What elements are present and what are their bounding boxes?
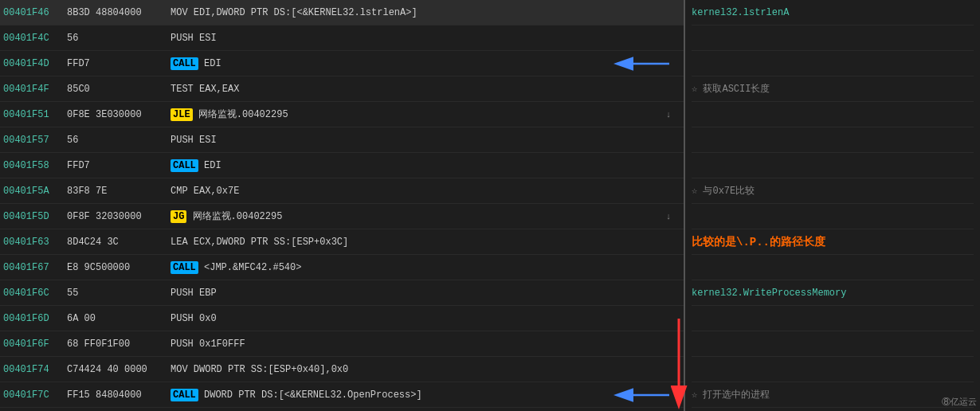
instruction-text: 网络监视.00402295 — [193, 109, 288, 120]
comment-row — [692, 357, 974, 382]
instruction: PUSH 0x1F0FFF — [171, 331, 657, 357]
address: 00401F4D — [3, 51, 67, 76]
comment-text: kernel32.lstrlenA — [692, 0, 789, 25]
table-row[interactable]: 00401F6F68 FF0F1F00PUSH 0x1F0FFF — [0, 331, 684, 357]
table-row[interactable]: 00401F4F85C0TEST EAX,EAX — [0, 76, 684, 102]
comment-text: 打开目标进程 — [692, 408, 768, 412]
address: 00401F58 — [3, 153, 67, 178]
call-keyword: CALL — [171, 159, 198, 172]
instruction: JG 网络监视.00402295 — [171, 204, 657, 229]
table-row[interactable]: 00401F6D6A 00PUSH 0x0 — [0, 306, 684, 331]
address: 00401F74 — [3, 357, 67, 382]
instruction: MOV EDI,EAX — [171, 408, 657, 412]
instruction: PUSH EBP — [171, 280, 657, 306]
call-keyword: CALL — [171, 57, 198, 70]
jump-marker: ↓ — [657, 102, 680, 127]
bytes: 0F8E 3E030000 — [67, 102, 171, 127]
table-row[interactable]: 00401F74C74424 40 0000MOV DWORD PTR SS:[… — [0, 357, 684, 382]
bytes: 56 — [67, 25, 171, 51]
table-row[interactable]: 00401F67E8 9C500000CALL <JMP.&MFC42.#540… — [0, 255, 684, 280]
instruction-text: <JMP.&MFC42.#540> — [198, 262, 302, 273]
comment-row — [692, 153, 974, 178]
instruction-text: EDI — [198, 160, 221, 171]
instruction: PUSH 0x0 — [171, 306, 657, 331]
instruction: TEST EAX,EAX — [171, 76, 657, 102]
instruction: CALL EDI — [171, 51, 657, 76]
call-keyword: CALL — [171, 389, 198, 401]
instruction-text: PUSH 0x1F0FFF — [171, 339, 245, 350]
bytes: 8BF8 — [67, 408, 171, 412]
address: 00401F4F — [3, 76, 67, 102]
watermark: ⑧亿运云 — [942, 396, 977, 408]
comment-text: 比较的是\.P..的路径长度 — [692, 229, 825, 255]
bytes: 55 — [67, 280, 171, 306]
comment-row: ☆ 打开选中的进程 — [692, 382, 974, 408]
comment-row: ☆ 与0x7E比较 — [692, 178, 974, 204]
bytes: 6A 00 — [67, 306, 171, 331]
address: 00401F6C — [3, 280, 67, 306]
table-row[interactable]: 00401F5D0F8F 32030000JG 网络监视.00402295↓ — [0, 204, 684, 229]
table-row[interactable]: 00401F58FFD7CALL EDI — [0, 153, 684, 178]
table-row[interactable]: 00401F5A83F8 7ECMP EAX,0x7E — [0, 178, 684, 204]
instruction: CALL DWORD PTR DS:[<&KERNEL32.OpenProces… — [171, 382, 657, 408]
table-row[interactable]: 00401F4DFFD7CALL EDI — [0, 51, 684, 76]
instruction-text: 网络监视.00402295 — [186, 211, 282, 222]
instruction: LEA ECX,DWORD PTR SS:[ESP+0x3C] — [171, 229, 657, 255]
address: 00401F5D — [3, 204, 67, 229]
comment-row — [692, 25, 974, 51]
address: 00401F51 — [3, 102, 67, 127]
instruction: CALL EDI — [171, 153, 657, 178]
instruction-text: PUSH ESI — [171, 33, 217, 44]
table-row[interactable]: 00401F828BF8MOV EDI,EAX — [0, 408, 684, 411]
comment-row — [692, 51, 974, 76]
comment-text: ☆ 打开选中的进程 — [692, 382, 770, 408]
jump-marker: ↓ — [657, 204, 680, 229]
table-row[interactable]: 00401F5756PUSH ESI — [0, 127, 684, 153]
comment-row — [692, 127, 974, 153]
instruction-text: PUSH 0x0 — [171, 313, 217, 324]
bytes: 56 — [67, 127, 171, 153]
table-row[interactable]: 00401F638D4C24 3CLEA ECX,DWORD PTR SS:[E… — [0, 229, 684, 255]
comment-panel: kernel32.lstrlenA☆ 获取ASCII长度☆ 与0x7E比较比较的… — [685, 0, 980, 411]
instruction-text: LEA ECX,DWORD PTR SS:[ESP+0x3C] — [171, 237, 348, 248]
bytes: 85C0 — [67, 76, 171, 102]
instruction-text: DWORD PTR DS:[<&KERNEL32.OpenProcess>] — [198, 389, 422, 401]
comment-text: ☆ 与0x7E比较 — [692, 178, 755, 204]
instruction: CMP EAX,0x7E — [171, 178, 657, 204]
instruction: PUSH ESI — [171, 127, 657, 153]
instruction-text: MOV EDI,DWORD PTR DS:[<&KERNEL32.lstrlen… — [171, 7, 417, 18]
instruction-text: PUSH EBP — [171, 288, 217, 299]
instruction-text: TEST EAX,EAX — [171, 84, 239, 95]
address: 00401F67 — [3, 255, 67, 280]
bytes: C74424 40 0000 — [67, 357, 171, 382]
address: 00401F63 — [3, 229, 67, 255]
table-row[interactable]: 00401F4C56PUSH ESI — [0, 25, 684, 51]
instruction-text: EDI — [198, 58, 221, 69]
instruction: PUSH ESI — [171, 25, 657, 51]
bytes: 68 FF0F1F00 — [67, 331, 171, 357]
address: 00401F5A — [3, 178, 67, 204]
comment-row: 比较的是\.P..的路径长度 — [692, 229, 974, 255]
instruction-text: MOV DWORD PTR SS:[ESP+0x40],0x0 — [171, 364, 348, 375]
jg-keyword: JG — [171, 210, 186, 223]
comment-text: kernel32.WriteProcessMemory — [692, 280, 846, 306]
address: 00401F57 — [3, 127, 67, 153]
instruction: CALL <JMP.&MFC42.#540> — [171, 255, 657, 280]
instruction: JLE 网络监视.00402295 — [171, 102, 657, 127]
table-row[interactable]: 00401F510F8E 3E030000JLE 网络监视.00402295↓ — [0, 102, 684, 127]
bytes: 0F8F 32030000 — [67, 204, 171, 229]
table-row[interactable]: 00401F468B3D 48804000MOV EDI,DWORD PTR D… — [0, 0, 684, 25]
call-keyword: CALL — [171, 261, 198, 274]
table-row[interactable]: 00401F6C55PUSH EBP — [0, 280, 684, 306]
comment-row: kernel32.WriteProcessMemory — [692, 280, 974, 306]
comment-text: ☆ 获取ASCII长度 — [692, 76, 770, 102]
bytes: 83F8 7E — [67, 178, 171, 204]
table-row[interactable]: 00401F7CFF15 84804000CALL DWORD PTR DS:[… — [0, 382, 684, 408]
instruction-text: PUSH ESI — [171, 135, 217, 146]
instruction-text: CMP EAX,0x7E — [171, 186, 239, 197]
comment-row — [692, 204, 974, 229]
bytes: 8B3D 48804000 — [67, 0, 171, 25]
bytes: FF15 84804000 — [67, 382, 171, 408]
comment-row — [692, 102, 974, 127]
address: 00401F6D — [3, 306, 67, 331]
